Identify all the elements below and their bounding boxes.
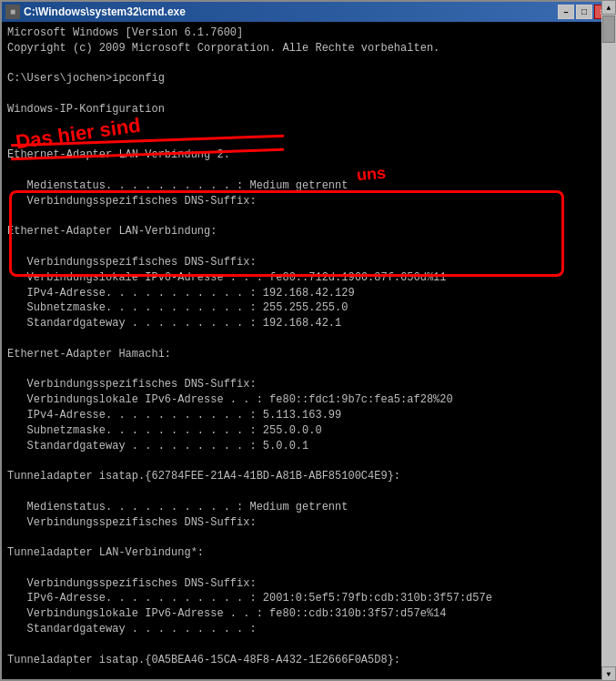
terminal-content: Microsoft Windows [Version 6.1.7600] Cop… — [7, 25, 596, 679]
title-bar-left: ■ C:\Windows\system32\cmd.exe — [5, 5, 186, 19]
cmd-window: ■ C:\Windows\system32\cmd.exe – □ ✕ Micr… — [0, 0, 616, 681]
scroll-down-button[interactable]: ▼ — [601, 666, 614, 679]
window-icon: ■ — [5, 5, 20, 19]
title-bar: ■ C:\Windows\system32\cmd.exe – □ ✕ — [2, 2, 614, 22]
scrollbar[interactable]: ▲ ▼ — [601, 22, 614, 679]
maximize-button[interactable]: □ — [576, 5, 592, 19]
scroll-thumb[interactable] — [602, 22, 614, 43]
scroll-track[interactable] — [601, 22, 614, 666]
window-title: C:\Windows\system32\cmd.exe — [24, 5, 186, 18]
minimize-button[interactable]: – — [558, 5, 574, 19]
cmd-area: Microsoft Windows [Version 6.1.7600] Cop… — [2, 22, 614, 679]
terminal-body[interactable]: Microsoft Windows [Version 6.1.7600] Cop… — [2, 22, 614, 679]
